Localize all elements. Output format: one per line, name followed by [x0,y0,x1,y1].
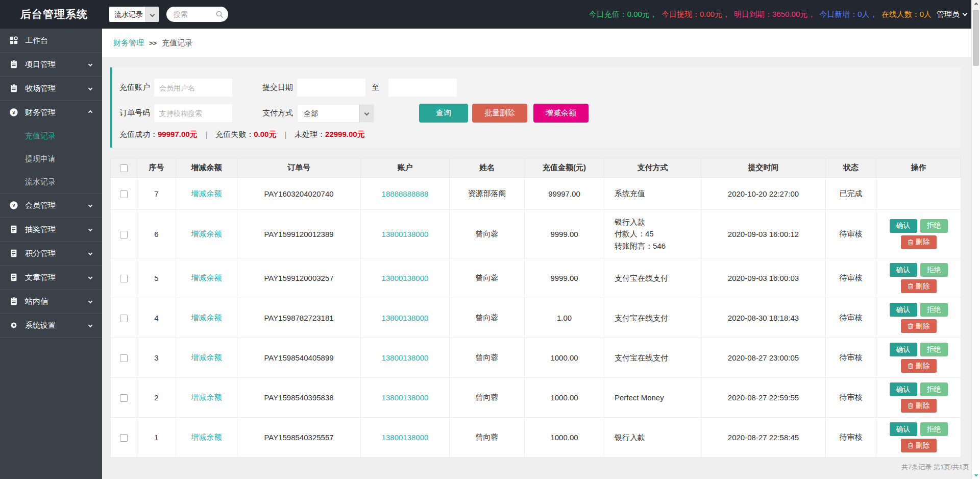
confirm-button[interactable]: 确认 [890,382,917,396]
chevron-down-icon [88,62,92,66]
account-link[interactable]: 13800138000 [382,433,429,442]
reject-button[interactable]: 拒绝 [920,263,948,277]
sidebar-subitem-3-0[interactable]: 充值记录 [0,124,102,147]
delete-button[interactable]: 删除 [901,279,937,293]
sidebar-item-label: 财务管理 [25,108,89,117]
account-link[interactable]: 13800138000 [382,230,429,238]
breadcrumb-parent-link[interactable]: 财务管理 [113,38,144,48]
sidebar-item-2[interactable]: 牧场管理 [0,77,102,100]
account-link[interactable]: 13800138000 [382,274,429,282]
scroll-down-arrow-icon[interactable] [972,470,980,479]
summary-value-1: 0.00元 [254,130,276,139]
row-checkbox[interactable] [120,394,128,402]
sidebar-group-0: 工作台 [0,29,102,53]
adjust-balance-link[interactable]: 增减余额 [191,189,222,198]
breadcrumb-current: 充值记录 [162,38,192,48]
reject-button[interactable]: 拒绝 [920,303,948,317]
adjust-balance-link[interactable]: 增减余额 [191,433,222,441]
confirm-button[interactable]: 确认 [890,303,917,317]
query-button[interactable]: 查询 [419,104,468,123]
delete-button[interactable]: 删除 [901,439,937,452]
order-no-cell: PAY1599120003257 [237,258,361,298]
payment-cell: Perfect Money [604,378,701,418]
reject-button[interactable]: 拒绝 [920,382,948,396]
adjust-balance-link[interactable]: 增减余额 [191,393,222,401]
scroll-up-arrow-icon[interactable] [972,0,980,9]
confirm-button[interactable]: 确认 [890,422,917,436]
row-actions: 确认拒绝删除 [878,343,959,373]
order-input[interactable] [154,104,232,122]
adjust-balance-link[interactable]: 增减余额 [191,229,222,238]
date-from-input[interactable] [297,79,365,97]
search-icon [215,10,224,18]
delete-button[interactable]: 删除 [901,399,937,413]
admin-menu[interactable]: 管理员 [937,10,967,19]
chevron-down-icon [88,275,92,279]
reject-button[interactable]: 拒绝 [920,343,948,356]
confirm-button[interactable]: 确认 [890,263,917,277]
time-cell: 2020-10-20 22:27:00 [701,178,826,210]
record-type-select[interactable]: 流水记录 [109,7,159,22]
trash-icon [908,363,914,369]
sidebar-subitem-3-2[interactable]: 流水记录 [0,170,102,193]
row-actions: 确认拒绝删除 [878,303,959,333]
account-cell: 13800138000 [361,338,450,378]
row-actions: 确认拒绝删除 [878,219,959,249]
sidebar-item-0[interactable]: 工作台 [0,29,102,52]
delete-button[interactable]: 删除 [901,319,937,333]
sidebar-item-label: 项目管理 [25,60,89,69]
adjust-balance-link[interactable]: 增减余额 [191,273,222,282]
adjust-balance-link[interactable]: 增减余额 [191,313,222,322]
sidebar-group-9: 系统设置 [0,314,102,338]
table-row: 6增减余额PAY159912001238913800138000曾向蓉9999.… [111,210,961,258]
reject-button[interactable]: 拒绝 [920,422,948,436]
row-checkbox[interactable] [120,434,128,442]
topbar-stats: 今日充值：0.00元，今日提现：0.00元，明日到期：3650.00元，今日新增… [585,10,967,19]
sidebar-group-1: 项目管理 [0,53,102,77]
date-label: 提交日期 [262,83,294,92]
sidebar-item-7[interactable]: 文章管理 [0,266,102,289]
scrollbar-thumb[interactable] [973,10,979,66]
account-link[interactable]: 13800138000 [382,353,429,362]
vertical-scrollbar[interactable] [971,0,980,479]
date-to-input[interactable] [388,79,457,97]
sidebar-item-4[interactable]: V会员管理 [0,194,102,217]
clipboard-icon [9,84,18,93]
topbar-stat-1: 今日提现：0.00元， [662,10,730,19]
delete-button[interactable]: 删除 [901,359,937,373]
adjust-balance-link[interactable]: 增减余额 [191,353,222,362]
account-input[interactable] [154,79,232,97]
row-checkbox[interactable] [120,231,128,238]
sidebar-item-3[interactable]: ¥财务管理 [0,101,102,124]
amount-cell: 1000.00 [525,418,604,458]
sidebar-item-5[interactable]: 抽奖管理 [0,218,102,241]
table-row: 3增减余额PAY159854040589913800138000曾向蓉1000.… [111,338,961,378]
account-link[interactable]: 13800138000 [382,314,429,322]
row-checkbox[interactable] [120,190,128,198]
reject-button[interactable]: 拒绝 [920,219,948,233]
row-checkbox[interactable] [120,315,128,322]
sidebar-item-6[interactable]: 积分管理 [0,242,102,265]
confirm-button[interactable]: 确认 [890,219,917,233]
filter-panel: 充值账户 提交日期 至 订单号码 支付方式 全部 查询 批量删除 增减余额 充值… [110,67,961,148]
row-select-cell [111,258,137,298]
actions-cell: 确认拒绝删除 [876,378,961,418]
account-link[interactable]: 18888888888 [382,189,429,198]
batch-delete-button[interactable]: 批量删除 [472,104,527,123]
confirm-button[interactable]: 确认 [890,343,917,356]
order-label: 订单号码 [119,108,151,118]
row-checkbox[interactable] [120,275,128,282]
account-link[interactable]: 13800138000 [382,393,429,402]
sidebar-item-8[interactable]: 站内信 [0,290,102,313]
svg-text:¥: ¥ [12,110,15,115]
seq-cell: 3 [137,338,176,378]
sidebar-item-9[interactable]: 系统设置 [0,314,102,337]
row-checkbox[interactable] [120,354,128,362]
adjust-balance-button[interactable]: 增减余额 [533,104,589,123]
payment-select[interactable]: 全部 [297,104,374,123]
select-all-checkbox[interactable] [120,164,128,172]
sidebar-item-1[interactable]: 项目管理 [0,53,102,76]
delete-button[interactable]: 删除 [901,235,937,249]
sidebar-subitem-3-1[interactable]: 提现申请 [0,147,102,170]
filter-row-2: 订单号码 支付方式 全部 查询 批量删除 增减余额 [112,104,961,123]
